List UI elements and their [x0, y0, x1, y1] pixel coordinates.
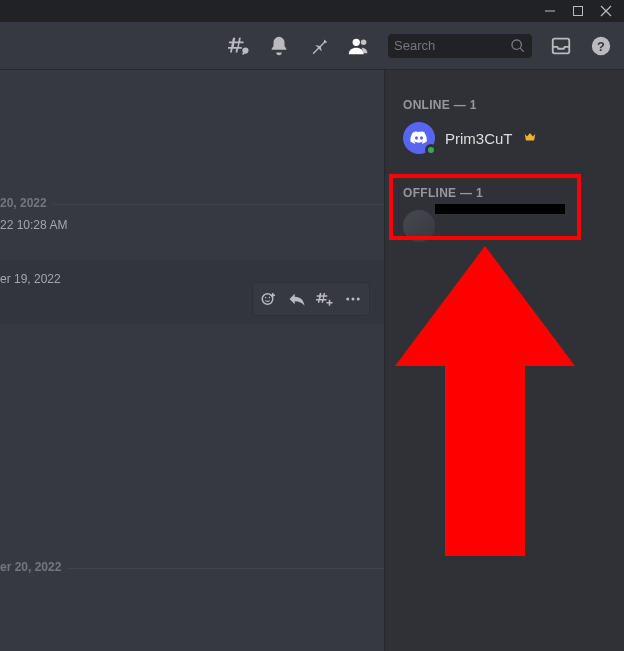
svg-rect-0 — [545, 11, 555, 12]
avatar — [403, 122, 435, 154]
pinned-messages-icon[interactable] — [308, 35, 330, 57]
help-icon[interactable]: ? — [590, 35, 612, 57]
avatar — [403, 210, 435, 242]
maximize-button[interactable] — [564, 0, 592, 22]
svg-marker-14 — [395, 246, 575, 556]
more-icon[interactable] — [339, 285, 367, 313]
add-reaction-icon[interactable] — [255, 285, 283, 313]
online-status-dot — [425, 144, 437, 156]
reply-icon[interactable] — [283, 285, 311, 313]
svg-point-4 — [361, 39, 367, 45]
date-divider: er 20, 2022 — [0, 560, 384, 576]
close-button[interactable] — [592, 0, 620, 22]
member-list-icon[interactable] — [348, 35, 370, 57]
message-action-bar — [252, 282, 370, 316]
svg-point-11 — [346, 298, 349, 301]
svg-point-12 — [352, 298, 355, 301]
annotation-censor-bar — [435, 204, 565, 214]
server-owner-crown-icon — [523, 130, 537, 147]
notifications-icon[interactable] — [268, 35, 290, 57]
member-name: Prim3CuT — [445, 130, 513, 147]
message-timestamp: 22 10:28 AM — [0, 218, 384, 232]
date-text: er 20, 2022 — [0, 560, 67, 574]
minimize-button[interactable] — [536, 0, 564, 22]
svg-point-10 — [269, 297, 271, 299]
date-divider: 20, 2022 — [0, 196, 384, 212]
search-input[interactable]: Search — [388, 34, 532, 58]
svg-point-9 — [265, 297, 267, 299]
date-text: 20, 2022 — [0, 196, 53, 210]
channel-toolbar: Search ? — [0, 22, 624, 70]
threads-icon[interactable] — [228, 35, 250, 57]
search-placeholder: Search — [394, 38, 510, 53]
svg-text:?: ? — [597, 38, 605, 53]
search-icon — [510, 38, 526, 54]
message-hovered: er 19, 2022 — [0, 260, 384, 324]
svg-point-3 — [353, 38, 360, 45]
member-row-online[interactable]: Prim3CuT — [395, 118, 614, 158]
svg-point-13 — [357, 298, 360, 301]
create-thread-icon[interactable] — [311, 285, 339, 313]
inbox-icon[interactable] — [550, 35, 572, 57]
svg-rect-1 — [574, 7, 583, 16]
member-list: ONLINE — 1 Prim3CuT OFFLINE — 1 — [384, 70, 624, 651]
annotation-arrow — [395, 246, 575, 556]
chat-area: 20, 2022 22 10:28 AM er 19, 2022 — [0, 70, 384, 651]
offline-heading: OFFLINE — 1 — [395, 176, 614, 206]
window-titlebar — [0, 0, 624, 22]
online-heading: ONLINE — 1 — [395, 88, 614, 118]
